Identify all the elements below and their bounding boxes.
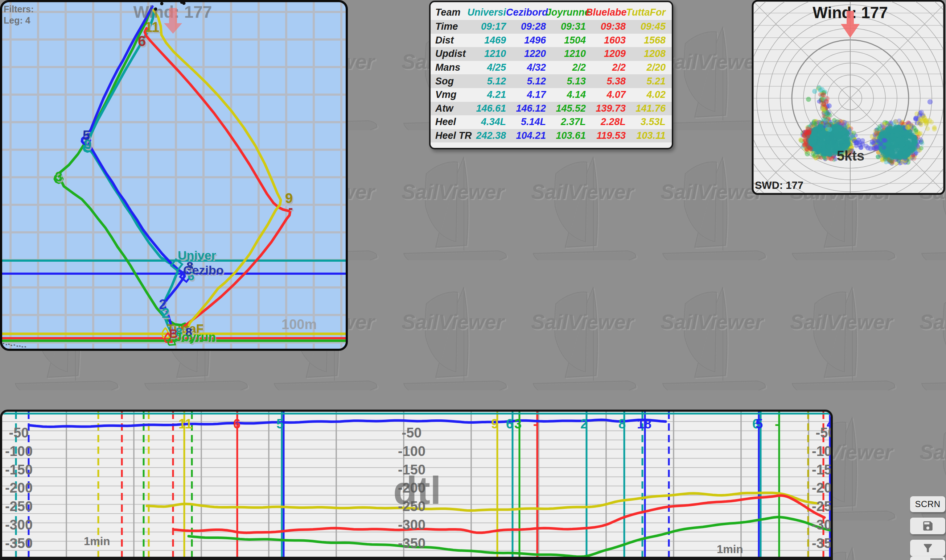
svg-text:6: 6 [138, 33, 146, 49]
svg-text:-: - [289, 200, 293, 216]
svg-text:-: - [533, 417, 537, 431]
svg-text:SWD: 177: SWD: 177 [755, 179, 804, 191]
svg-text:11: 11 [145, 20, 159, 35]
svg-text:Cezibo: Cezibo [183, 263, 224, 277]
svg-text:1min: 1min [717, 543, 743, 555]
svg-text:-100: -100 [398, 444, 426, 459]
svg-text:Leg: 4: Leg: 4 [4, 15, 31, 25]
svg-text:Univer: Univer [178, 248, 216, 262]
svg-text:-350: -350 [398, 536, 426, 551]
svg-text:2: 2 [580, 417, 588, 431]
svg-text:Joyrun: Joyrun [175, 330, 216, 344]
svg-text:3: 3 [514, 417, 522, 431]
svg-text:-300: -300 [398, 517, 426, 532]
svg-text:2: 2 [162, 306, 170, 321]
svg-text:100m: 100m [281, 317, 317, 332]
svg-text:-300: -300 [5, 517, 32, 532]
svg-text:4: 4 [827, 417, 834, 431]
svg-text:5: 5 [756, 417, 763, 431]
svg-text:-200: -200 [5, 480, 32, 495]
svg-text:-350: -350 [5, 536, 32, 551]
svg-text:6: 6 [506, 417, 513, 431]
svg-text:-150: -150 [5, 462, 32, 477]
svg-text:5kts: 5kts [837, 148, 864, 163]
svg-text:-50: -50 [402, 425, 422, 440]
svg-text:Filters:: Filters: [4, 4, 34, 14]
svg-text:dtl: dtl [393, 468, 441, 512]
svg-text:-: - [775, 417, 779, 431]
svg-text:9: 9 [84, 137, 91, 152]
svg-text:11: 11 [179, 417, 192, 431]
svg-text:18: 18 [637, 417, 651, 431]
svg-text:9: 9 [491, 417, 498, 431]
svg-text:5: 5 [276, 417, 284, 431]
svg-text:-50: -50 [9, 425, 29, 440]
svg-text:1min: 1min [84, 535, 110, 548]
svg-text:8: 8 [619, 417, 626, 431]
svg-text:6: 6 [233, 417, 241, 431]
svg-text:3: 3 [55, 169, 62, 184]
svg-text:-100: -100 [5, 444, 32, 459]
svg-text:-250: -250 [5, 499, 32, 514]
